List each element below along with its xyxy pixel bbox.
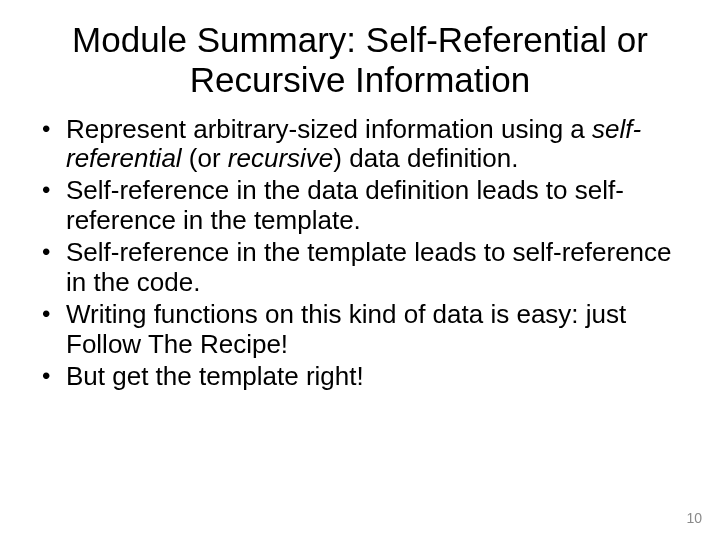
bullet-item: Self-reference in the template leads to … [36, 238, 684, 298]
bullet-text: (or [182, 143, 228, 173]
slide: Module Summary: Self-Referential or Recu… [0, 0, 720, 540]
bullet-text: Self-reference in the template leads to … [66, 237, 672, 297]
bullet-text: But get the template right! [66, 361, 364, 391]
slide-body: Represent arbitrary-sized information us… [0, 109, 720, 392]
page-number: 10 [686, 510, 702, 526]
bullet-item: Writing functions on this kind of data i… [36, 300, 684, 360]
bullet-text: ) data definition. [333, 143, 518, 173]
bullet-item: But get the template right! [36, 362, 684, 392]
bullet-text: Self-reference in the data definition le… [66, 175, 624, 235]
bullet-text: Writing functions on this kind of data i… [66, 299, 626, 359]
bullet-text: Represent arbitrary-sized information us… [66, 114, 592, 144]
bullet-list: Represent arbitrary-sized information us… [36, 115, 684, 392]
bullet-text-italic: recursive [228, 143, 333, 173]
slide-title: Module Summary: Self-Referential or Recu… [0, 0, 720, 109]
bullet-item: Self-reference in the data definition le… [36, 176, 684, 236]
bullet-item: Represent arbitrary-sized information us… [36, 115, 684, 175]
